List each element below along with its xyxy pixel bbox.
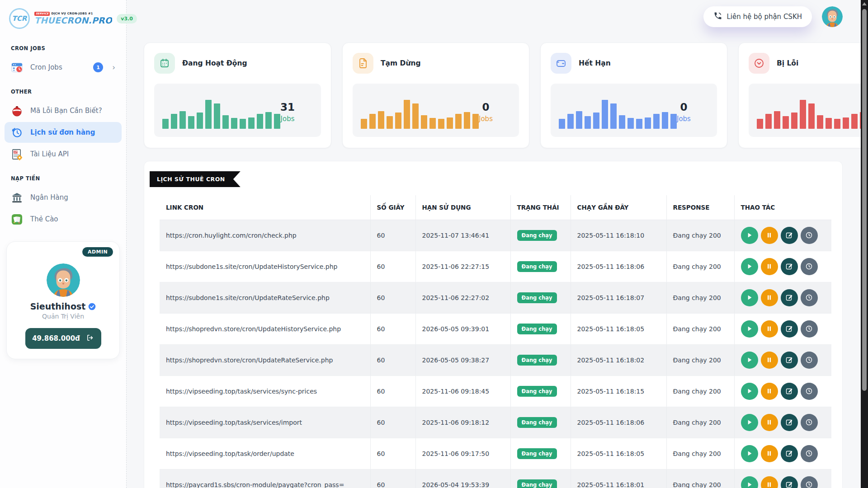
error-circle-icon	[749, 53, 769, 74]
pause-button[interactable]	[761, 352, 778, 369]
play-button[interactable]	[741, 289, 758, 306]
logo[interactable]: TCR SERVICE DỊCH VỤ CRON-JOBS #1 THUECRO…	[0, 6, 126, 35]
cell-expires: 2025-11-06 22:27:15	[415, 251, 510, 282]
cron-history-table-wrap: LINK CRONSỐ GIÂYHẠN SỬ DỤNGTRẠNG THÁICHẠ…	[160, 195, 827, 488]
cell-response: Đang chạy 200	[666, 469, 734, 488]
history-icon	[805, 450, 813, 457]
play-icon	[745, 325, 753, 333]
stat-card-title: Tạm Dừng	[381, 59, 421, 67]
edit-button[interactable]	[781, 227, 798, 244]
history-button[interactable]	[801, 445, 818, 462]
pause-button[interactable]	[761, 476, 778, 488]
sidebar-item-badge: 1	[93, 62, 103, 72]
svg-text:API: API	[14, 151, 18, 153]
history-button[interactable]	[801, 258, 818, 275]
order-history-icon	[11, 127, 23, 139]
history-button[interactable]	[801, 289, 818, 306]
table-row: https://shopredvn.store/cron/UpdateRateS…	[160, 344, 831, 375]
history-button[interactable]	[801, 320, 818, 338]
play-icon	[745, 231, 753, 239]
sidebar-item-api-docs[interactable]: API Tài Liệu API	[5, 144, 122, 164]
play-button[interactable]	[741, 352, 758, 369]
logout-icon	[86, 334, 94, 343]
topbar-avatar[interactable]	[822, 6, 843, 27]
contact-support-label: Liên hệ bộ phận CSKH	[726, 13, 802, 21]
stat-card-title: Hết Hạn	[579, 59, 611, 67]
status-badge: Đang chạy	[517, 292, 557, 303]
scrollbar-thumb[interactable]	[862, 9, 867, 391]
spark-bar	[257, 114, 263, 129]
edit-button[interactable]	[781, 476, 798, 488]
history-button[interactable]	[801, 414, 818, 431]
table-header-cell: RESPONSE	[666, 195, 734, 220]
cell-link: https://subdone1s.site/cron/UpdateRateSe…	[160, 282, 370, 313]
spark-bar	[817, 115, 823, 129]
spark-bar	[783, 116, 789, 129]
scrollbar-up-arrow-icon[interactable]	[862, 2, 867, 5]
edit-button[interactable]	[781, 445, 798, 462]
history-button[interactable]	[801, 227, 818, 244]
sidebar-item-scratch-card[interactable]: Thẻ Cào	[5, 209, 122, 230]
pause-button[interactable]	[761, 320, 778, 338]
spark-bar	[585, 116, 591, 129]
spark-bar	[274, 114, 280, 129]
edit-button[interactable]	[781, 352, 798, 369]
cell-status: Đang chạy	[510, 469, 571, 488]
spark-bar	[645, 117, 651, 129]
balance-logout-button[interactable]: 49.868.000đ	[25, 328, 101, 349]
cell-actions	[734, 313, 831, 344]
stat-card-wallet: Hết Hạn 0 Jobs	[540, 42, 727, 148]
sidebar-item-cron-jobs[interactable]: Cron Jobs 1 ›	[5, 57, 122, 78]
history-button[interactable]	[801, 383, 818, 400]
logo-circle-icon: TCR	[9, 8, 30, 29]
spark-bar	[265, 112, 272, 129]
status-badge: Đang chạy	[517, 386, 557, 397]
scrollbar[interactable]	[861, 0, 868, 488]
play-button[interactable]	[741, 258, 758, 275]
pause-button[interactable]	[761, 258, 778, 275]
edit-icon	[785, 418, 793, 426]
table-row: https://vipseeding.top/task/services/syn…	[160, 375, 831, 407]
cell-seconds: 60	[370, 344, 415, 375]
pause-button[interactable]	[761, 227, 778, 244]
contact-support-button[interactable]: Liên hệ bộ phận CSKH	[703, 6, 812, 27]
pause-button[interactable]	[761, 414, 778, 431]
cell-actions	[734, 438, 831, 469]
spark-bar	[429, 118, 436, 129]
pause-button[interactable]	[761, 289, 778, 306]
sidebar-item-error-codes[interactable]: Mã Lỗi Bạn Cần Biết?	[5, 100, 122, 121]
cell-last-run: 2025-05-11 16:18:15	[571, 375, 666, 407]
cell-link: https://shopredvn.store/cron/UpdateHisto…	[160, 313, 370, 344]
history-button[interactable]	[801, 352, 818, 369]
play-button[interactable]	[741, 320, 758, 338]
pause-icon	[765, 325, 773, 333]
pause-button[interactable]	[761, 383, 778, 400]
stat-card-value: 0	[482, 101, 489, 113]
play-button[interactable]	[741, 414, 758, 431]
sidebar-item-order-history[interactable]: Lịch sử đơn hàng	[5, 122, 122, 143]
play-button[interactable]	[741, 445, 758, 462]
profile-card: ADMIN Sieuthihost Quản Trị Viên 49.868.0…	[6, 241, 120, 359]
spark-bar	[464, 112, 470, 129]
edit-button[interactable]	[781, 383, 798, 400]
edit-button[interactable]	[781, 414, 798, 431]
play-button[interactable]	[741, 476, 758, 488]
edit-button[interactable]	[781, 320, 798, 338]
edit-button[interactable]	[781, 258, 798, 275]
spark-bar	[610, 103, 617, 129]
play-button[interactable]	[741, 227, 758, 244]
edit-button[interactable]	[781, 289, 798, 306]
pause-icon	[765, 481, 773, 488]
cell-last-run: 2025-05-11 16:18:05	[571, 313, 666, 344]
cell-link: https://vipseeding.top/task/order/update	[160, 438, 370, 469]
profile-avatar[interactable]	[47, 263, 80, 297]
history-button[interactable]	[801, 476, 818, 488]
spark-bar	[455, 114, 462, 129]
play-button[interactable]	[741, 383, 758, 400]
sidebar-section-title: CRON JOBS	[0, 35, 126, 56]
phone-icon	[713, 11, 722, 22]
sidebar-item-bank[interactable]: Ngân Hàng	[5, 187, 122, 208]
pause-button[interactable]	[761, 445, 778, 462]
cell-status: Đang chạy	[510, 282, 571, 313]
app-root: TCR SERVICE DỊCH VỤ CRON-JOBS #1 THUECRO…	[0, 0, 868, 488]
